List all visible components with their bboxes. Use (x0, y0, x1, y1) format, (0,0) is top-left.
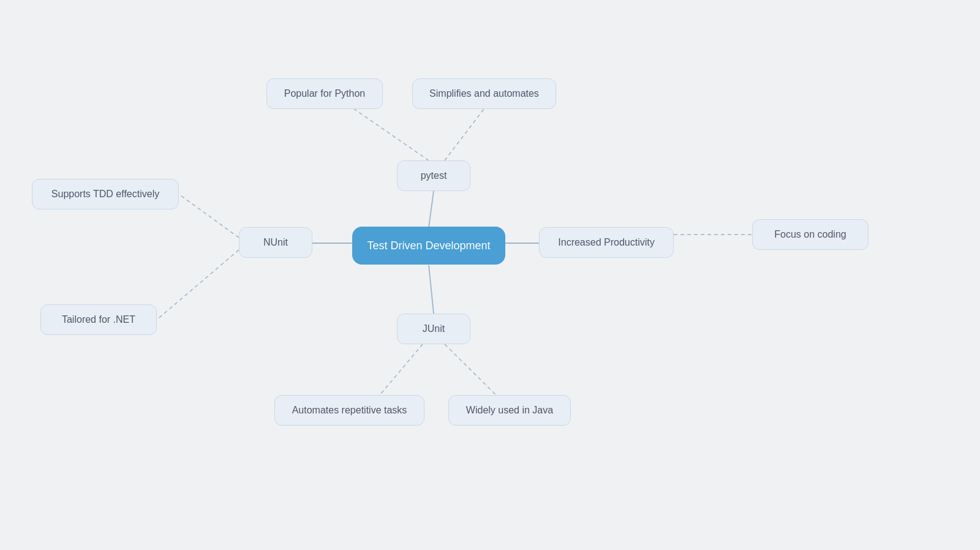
svg-line-10 (445, 344, 496, 395)
svg-line-7 (157, 250, 239, 320)
supports-tdd-node: Supports TDD effectively (32, 179, 179, 209)
svg-line-9 (380, 344, 423, 395)
svg-line-6 (179, 194, 239, 238)
increased-productivity-node: Increased Productivity (539, 227, 674, 258)
svg-line-0 (429, 191, 434, 227)
pytest-node: pytest (397, 160, 470, 191)
junit-node: JUnit (397, 314, 470, 344)
automates-node: Automates repetitive tasks (274, 395, 424, 426)
focus-coding-node: Focus on coding (752, 219, 869, 250)
svg-line-2 (429, 265, 434, 314)
tailored-net-node: Tailored for .NET (40, 304, 157, 335)
svg-line-5 (445, 109, 484, 160)
widely-java-node: Widely used in Java (448, 395, 571, 426)
popular-python-node: Popular for Python (266, 78, 383, 109)
simplifies-node: Simplifies and automates (412, 78, 556, 109)
svg-line-4 (354, 109, 429, 160)
center-node: Test Driven Development (352, 227, 505, 265)
nunit-node: NUnit (239, 227, 312, 258)
